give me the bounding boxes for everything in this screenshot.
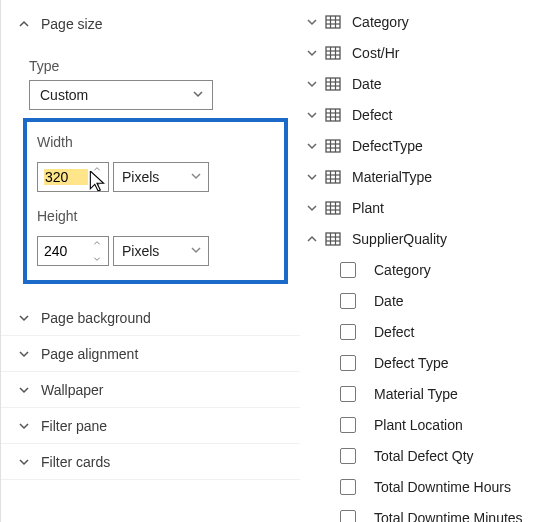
section-page-alignment[interactable]: Page alignment — [1, 336, 300, 372]
table-supplierquality[interactable]: SupplierQuality — [300, 223, 546, 254]
field-material-type[interactable]: Material Type — [300, 378, 546, 409]
type-value: Custom — [40, 87, 88, 103]
section-title: Filter cards — [41, 454, 110, 470]
table-label: Date — [352, 76, 382, 92]
field-total-defect-qty[interactable]: Total Defect Qty — [300, 440, 546, 471]
section-filter-pane[interactable]: Filter pane — [1, 408, 300, 444]
field-label: Date — [374, 293, 404, 309]
width-value-field[interactable] — [45, 169, 87, 185]
chevron-down-icon — [17, 419, 31, 433]
section-filter-cards[interactable]: Filter cards — [1, 444, 300, 480]
table-icon — [324, 199, 342, 217]
table-materialtype[interactable]: MaterialType — [300, 161, 546, 192]
field-date[interactable]: Date — [300, 285, 546, 316]
chevron-down-icon — [17, 455, 31, 469]
field-label: Category — [374, 262, 431, 278]
width-unit-value: Pixels — [122, 169, 159, 185]
table-label: DefectType — [352, 138, 423, 154]
chevron-down-icon — [304, 78, 320, 90]
checkbox[interactable] — [340, 355, 356, 371]
field-label: Defect Type — [374, 355, 448, 371]
checkbox[interactable] — [340, 448, 356, 464]
table-category[interactable]: Category — [300, 6, 546, 37]
chevron-down-icon — [17, 347, 31, 361]
field-label: Total Downtime Hours — [374, 479, 511, 495]
chevron-down-icon — [17, 383, 31, 397]
height-value-field[interactable] — [44, 243, 86, 259]
table-label: MaterialType — [352, 169, 432, 185]
table-label: Category — [352, 14, 409, 30]
height-label: Height — [37, 208, 77, 224]
spinner-icons[interactable] — [92, 239, 104, 263]
table-label: SupplierQuality — [352, 231, 447, 247]
checkbox[interactable] — [340, 510, 356, 523]
table-date[interactable]: Date — [300, 68, 546, 99]
checkbox[interactable] — [340, 324, 356, 340]
field-label: Total Defect Qty — [374, 448, 474, 464]
field-total-downtime-hours[interactable]: Total Downtime Hours — [300, 471, 546, 502]
format-pane: Page size Type Custom Width — [0, 0, 300, 522]
chevron-down-icon — [190, 243, 202, 259]
chevron-down-icon — [304, 171, 320, 183]
height-input[interactable] — [37, 236, 109, 266]
chevron-down-icon — [192, 87, 204, 103]
chevron-up-icon — [17, 17, 31, 31]
page-size-body: Type Custom Width — [1, 42, 300, 300]
section-title: Page background — [41, 310, 151, 326]
type-label: Type — [29, 58, 284, 74]
checkbox[interactable] — [340, 479, 356, 495]
field-label: Defect — [374, 324, 414, 340]
field-label: Total Downtime Minutes — [374, 510, 523, 523]
type-select[interactable]: Custom — [29, 80, 213, 110]
table-defect[interactable]: Defect — [300, 99, 546, 130]
fields-pane: CategoryCost/HrDateDefectDefectTypeMater… — [300, 0, 546, 522]
chevron-down-icon — [304, 202, 320, 214]
height-unit-select[interactable]: Pixels — [113, 236, 209, 266]
field-label: Plant Location — [374, 417, 463, 433]
width-height-group: Width Pixels — [23, 118, 288, 284]
section-title: Page size — [41, 16, 102, 32]
checkbox[interactable] — [340, 293, 356, 309]
table-icon — [324, 137, 342, 155]
table-cost-hr[interactable]: Cost/Hr — [300, 37, 546, 68]
chevron-down-icon — [304, 16, 320, 28]
table-icon — [324, 13, 342, 31]
section-title: Page alignment — [41, 346, 138, 362]
checkbox[interactable] — [340, 417, 356, 433]
width-label: Width — [37, 134, 73, 150]
section-title: Wallpaper — [41, 382, 104, 398]
field-defect-type[interactable]: Defect Type — [300, 347, 546, 378]
table-defecttype[interactable]: DefectType — [300, 130, 546, 161]
table-icon — [324, 106, 342, 124]
section-title: Filter pane — [41, 418, 107, 434]
table-icon — [324, 75, 342, 93]
table-label: Cost/Hr — [352, 45, 399, 61]
field-category[interactable]: Category — [300, 254, 546, 285]
width-input[interactable] — [37, 162, 109, 192]
table-label: Plant — [352, 200, 384, 216]
field-label: Material Type — [374, 386, 458, 402]
chevron-down-icon — [304, 109, 320, 121]
section-wallpaper[interactable]: Wallpaper — [1, 372, 300, 408]
width-unit-select[interactable]: Pixels — [113, 162, 209, 192]
table-icon — [324, 230, 342, 248]
height-unit-value: Pixels — [122, 243, 159, 259]
checkbox[interactable] — [340, 386, 356, 402]
field-plant-location[interactable]: Plant Location — [300, 409, 546, 440]
table-icon — [324, 168, 342, 186]
chevron-down-icon — [304, 47, 320, 59]
section-page-size[interactable]: Page size — [1, 6, 300, 42]
table-label: Defect — [352, 107, 392, 123]
field-total-downtime-minutes[interactable]: Total Downtime Minutes — [300, 502, 546, 522]
chevron-up-icon — [304, 233, 320, 245]
chevron-down-icon — [17, 311, 31, 325]
table-icon — [324, 44, 342, 62]
table-plant[interactable]: Plant — [300, 192, 546, 223]
chevron-down-icon — [190, 169, 202, 185]
checkbox[interactable] — [340, 262, 356, 278]
spinner-icons[interactable] — [92, 165, 104, 189]
chevron-down-icon — [304, 140, 320, 152]
field-defect[interactable]: Defect — [300, 316, 546, 347]
section-page-background[interactable]: Page background — [1, 300, 300, 336]
